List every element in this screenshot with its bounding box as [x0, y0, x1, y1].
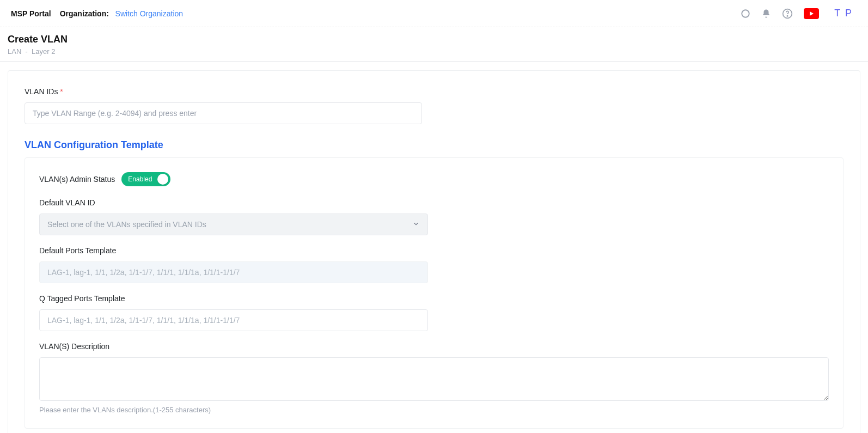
q-tagged-ports-field: Q Tagged Ports Template [39, 294, 829, 331]
admin-status-toggle[interactable]: Enabled [121, 172, 170, 186]
vlan-ids-label-text: VLAN IDs [25, 87, 58, 96]
default-vlan-id-placeholder: Select one of the VLANs specified in VLA… [47, 220, 206, 229]
default-ports-label: Default Ports Template [39, 246, 829, 255]
admin-status-row: VLAN(s) Admin Status Enabled [39, 172, 829, 186]
default-ports-field: Default Ports Template LAG-1, lag-1, 1/1… [39, 246, 829, 283]
toggle-label: Enabled [128, 175, 155, 183]
breadcrumb: LAN - Layer 2 [8, 47, 860, 56]
q-tagged-ports-label: Q Tagged Ports Template [39, 294, 829, 303]
vlan-ids-field: VLAN IDs * [25, 87, 843, 124]
template-heading: VLAN Configuration Template [25, 139, 843, 151]
chevron-down-icon [412, 220, 420, 229]
admin-status-label: VLAN(s) Admin Status [39, 175, 115, 184]
loading-icon[interactable] [741, 9, 750, 19]
youtube-icon[interactable] [804, 8, 819, 19]
top-bar-left: MSP Portal Organization: Switch Organiza… [11, 9, 183, 18]
form-card: VLAN IDs * VLAN Configuration Template V… [8, 70, 860, 433]
q-tagged-ports-input[interactable] [39, 309, 428, 331]
svg-point-2 [787, 15, 788, 16]
help-icon[interactable] [782, 8, 793, 19]
breadcrumb-parent: LAN [8, 47, 21, 56]
top-bar-right: T P [741, 5, 857, 21]
page-header: Create VLAN LAN - Layer 2 [0, 27, 868, 62]
content: VLAN IDs * VLAN Configuration Template V… [0, 62, 868, 433]
description-label: VLAN(S) Description [39, 342, 829, 351]
breadcrumb-current: Layer 2 [32, 47, 55, 56]
default-vlan-id-select[interactable]: Select one of the VLANs specified in VLA… [39, 214, 428, 235]
switch-organization-link[interactable]: Switch Organization [115, 9, 184, 18]
description-helper: Please enter the VLANs description.(1-25… [39, 406, 829, 414]
toggle-knob [157, 174, 168, 185]
org-block: Organization: Switch Organization [60, 9, 183, 18]
default-ports-input: LAG-1, lag-1, 1/1, 1/2a, 1/1-1/7, 1/1/1,… [39, 261, 428, 283]
description-textarea[interactable] [39, 357, 829, 401]
vlan-ids-label: VLAN IDs * [25, 87, 843, 96]
bell-icon[interactable] [761, 9, 771, 19]
svg-point-0 [742, 10, 750, 17]
org-label: Organization: [60, 9, 109, 18]
default-vlan-id-label: Default VLAN ID [39, 198, 829, 207]
page-title: Create VLAN [8, 34, 860, 45]
portal-name: MSP Portal [11, 9, 51, 18]
default-vlan-id-field: Default VLAN ID Select one of the VLANs … [39, 198, 829, 235]
required-star: * [60, 87, 63, 96]
template-box: VLAN(s) Admin Status Enabled Default VLA… [25, 157, 843, 429]
vlan-ids-input[interactable] [25, 102, 422, 124]
description-field: VLAN(S) Description Please enter the VLA… [39, 342, 829, 414]
avatar[interactable]: T P [830, 5, 857, 21]
default-ports-placeholder: LAG-1, lag-1, 1/1, 1/2a, 1/1-1/7, 1/1/1,… [47, 268, 240, 277]
breadcrumb-separator: - [26, 47, 28, 56]
top-bar: MSP Portal Organization: Switch Organiza… [0, 0, 868, 27]
